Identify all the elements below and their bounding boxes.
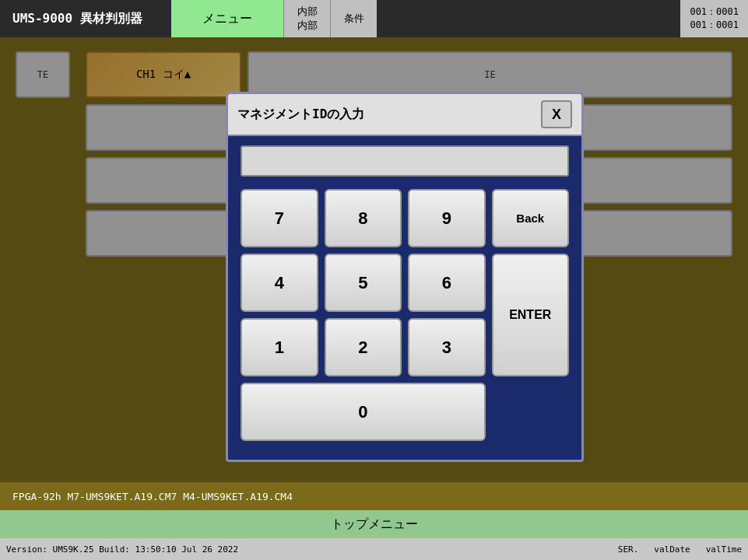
numpad-back-button[interactable]: Back (492, 189, 570, 247)
header-codes: 001：0001 001：0001 (680, 0, 748, 37)
bottom-status-bar: Version: UMS9K.25 Build: 13:50:10 Jul 26… (0, 538, 748, 560)
version-label: Version: UMS9K.25 Build: 13:50:10 Jul 26… (6, 544, 238, 555)
status-right: SER. valDate valTime (618, 544, 742, 555)
modal-title: マネジメントIDの入力 (237, 107, 364, 123)
modal-close-button[interactable]: X (541, 100, 572, 128)
fpga-bar: FPGA-92h M7-UMS9KET.A19.CM7 M4-UMS9KET.A… (0, 482, 748, 510)
numpad-3-button[interactable]: 3 (408, 318, 486, 376)
numpad-6-button[interactable]: 6 (408, 254, 486, 312)
management-id-input[interactable] (241, 145, 569, 177)
main-area: TE CH1 コイ▲ IE CH1 条件 求 (0, 37, 748, 482)
top-menu-bar[interactable]: トップメニュー (0, 510, 748, 538)
numpad-1-button[interactable]: 1 (241, 318, 318, 376)
numpad-4-button[interactable]: 4 (241, 254, 318, 312)
header: UMS-9000 異材判別器 メニュー 内部 内部 条件 001：0001 00… (0, 0, 748, 37)
numpad-7-button[interactable]: 7 (241, 189, 318, 247)
internal-button[interactable]: 内部 内部 (283, 0, 330, 37)
modal: マネジメントIDの入力 X 7 8 9 Back (226, 92, 584, 462)
modal-input-area (228, 136, 581, 183)
numpad-8-button[interactable]: 8 (325, 189, 402, 247)
numpad-enter-button[interactable]: ENTER (492, 254, 570, 376)
numpad-2-button[interactable]: 2 (325, 318, 402, 376)
numpad-5-button[interactable]: 5 (325, 254, 402, 312)
jouken-button[interactable]: 条件 (330, 0, 377, 37)
numpad-9-button[interactable]: 9 (408, 189, 486, 247)
modal-header: マネジメントIDの入力 X (228, 94, 581, 136)
app-title: UMS-9000 異材判別器 (0, 0, 171, 37)
numpad: 7 8 9 Back 4 5 6 ENTER (228, 183, 581, 447)
val-date-label: valDate (654, 544, 690, 555)
menu-button[interactable]: メニュー (171, 0, 283, 37)
ser-label: SER. (618, 544, 639, 555)
numpad-0-button[interactable]: 0 (241, 383, 486, 441)
val-time-label: valTime (706, 544, 742, 555)
